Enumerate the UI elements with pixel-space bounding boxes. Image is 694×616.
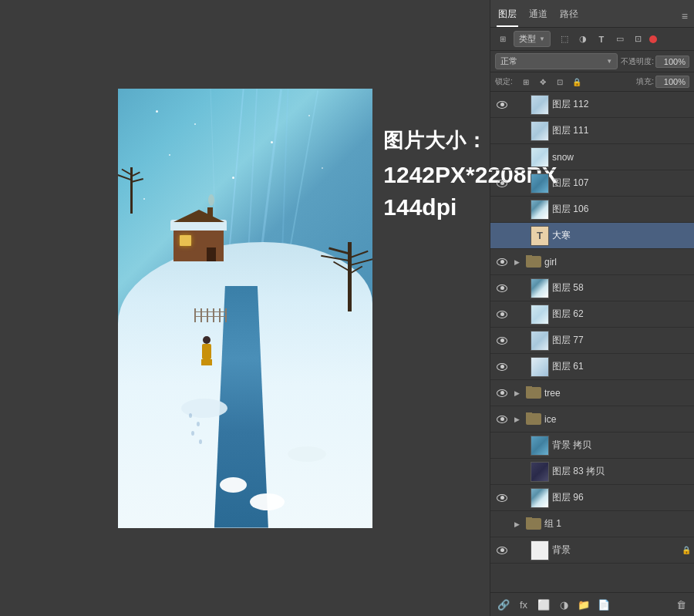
- layer-visibility-toggle[interactable]: [494, 306, 510, 323]
- snowflake: [322, 167, 323, 169]
- layer-name: 背景 拷贝: [552, 439, 691, 452]
- layer-visibility-toggle[interactable]: [494, 332, 510, 349]
- house-body: [174, 229, 224, 261]
- lock-pixel-button[interactable]: ⊞: [519, 75, 533, 89]
- layer-item-selected[interactable]: T 大寒: [490, 223, 694, 249]
- eye-icon: [497, 311, 507, 318]
- layer-item-group-1[interactable]: ▶ 组 1: [490, 511, 694, 537]
- layers-panel: 图层 通道 路径 ≡ ⊞ 类型 ▼ ⬚ ◑ T ▭ ⊡ 正常 ▼ 不透明度: 1…: [490, 0, 694, 616]
- layer-item[interactable]: snow: [490, 144, 694, 170]
- layer-visibility-toggle[interactable]: [494, 280, 510, 297]
- panel-tabs: 图层 通道 路径 ≡: [490, 0, 694, 28]
- layer-name: 图层 111: [552, 124, 691, 137]
- layer-mask-icon[interactable]: ⬜: [535, 596, 552, 613]
- layer-item[interactable]: 图层 62: [490, 301, 694, 328]
- layer-name: 图层 107: [552, 177, 691, 190]
- panel-tabs-left: 图层 通道 路径: [497, 5, 580, 27]
- smoke: [208, 194, 214, 206]
- blend-mode-value: 正常: [500, 56, 517, 67]
- image-container: 图片大小： 1242PX*2208PX 144dpi: [118, 89, 372, 528]
- opacity-input[interactable]: 100%: [655, 56, 689, 68]
- layer-item[interactable]: 图层 106: [490, 197, 694, 223]
- layer-item-background[interactable]: 背景 🔒: [490, 537, 694, 564]
- layer-fx-icon[interactable]: fx: [515, 596, 532, 613]
- layer-name: ice: [544, 414, 691, 425]
- tab-channels[interactable]: 通道: [527, 5, 549, 27]
- artwork: [118, 89, 372, 528]
- layer-visibility-toggle[interactable]: [494, 96, 510, 113]
- snowflake: [271, 141, 273, 143]
- layer-item[interactable]: 图层 96: [490, 485, 694, 511]
- smart-filter-icon[interactable]: ⊡: [631, 32, 646, 47]
- layer-expand-button[interactable]: ▶: [510, 518, 523, 530]
- blend-mode-dropdown[interactable]: 正常 ▼: [495, 53, 618, 69]
- panel-menu-icon[interactable]: ≡: [682, 10, 688, 22]
- layer-visibility-toggle[interactable]: [494, 385, 510, 402]
- snow-blob-1: [220, 477, 247, 493]
- layer-expand-button[interactable]: ▶: [510, 387, 523, 399]
- layer-item[interactable]: 背景 拷贝: [490, 433, 694, 459]
- adjustment-filter-icon[interactable]: ◑: [575, 32, 591, 47]
- layer-item[interactable]: 图层 58: [490, 275, 694, 301]
- lock-artboard-button[interactable]: ⊡: [553, 75, 567, 89]
- snow-blob-2: [250, 493, 285, 510]
- layer-expand-button[interactable]: ▶: [510, 413, 523, 426]
- layer-name: 图层 112: [552, 98, 691, 111]
- layer-name: tree: [544, 388, 691, 399]
- layer-item[interactable]: 图层 77: [490, 328, 694, 354]
- layer-item-ice-group[interactable]: ▶ ice: [490, 406, 694, 433]
- eye-icon: [497, 258, 507, 266]
- tab-paths[interactable]: 路径: [558, 5, 580, 27]
- layer-name: 图层 83 拷贝: [552, 465, 691, 478]
- layer-thumbnail: [531, 462, 549, 482]
- snowflake: [143, 198, 145, 200]
- layer-name: 图层 61: [552, 360, 691, 373]
- layers-list[interactable]: 图层 112 图层 111 snow 图层 107 图层: [490, 92, 694, 592]
- layer-group-icon[interactable]: 📁: [575, 596, 592, 613]
- layer-name: 背景: [552, 544, 682, 557]
- layer-visibility-toggle[interactable]: [494, 175, 510, 192]
- layer-item-tree-group[interactable]: ▶ tree: [490, 380, 694, 406]
- layer-item[interactable]: 图层 111: [490, 118, 694, 144]
- layer-adjustment-icon[interactable]: ◑: [555, 596, 572, 613]
- chevron-down-icon: ▼: [539, 35, 545, 42]
- lock-position-button[interactable]: ✥: [536, 75, 550, 89]
- layer-item[interactable]: 图层 107: [490, 170, 694, 197]
- filter-icon[interactable]: ⊞: [495, 32, 510, 47]
- layer-name: 图层 62: [552, 308, 691, 321]
- layer-visibility-toggle[interactable]: [494, 358, 510, 375]
- shape-filter-icon[interactable]: ▭: [612, 32, 628, 47]
- layer-item-group[interactable]: ▶ girl: [490, 249, 694, 275]
- layer-thumbnail: [531, 488, 549, 508]
- canvas-area: 图片大小： 1242PX*2208PX 144dpi: [0, 0, 490, 616]
- text-filter-icon[interactable]: T: [594, 32, 609, 47]
- house-group: [174, 229, 224, 261]
- pixel-filter-icon[interactable]: ⬚: [557, 32, 572, 47]
- fill-input[interactable]: 100%: [655, 76, 689, 88]
- layer-delete-icon[interactable]: 🗑: [672, 596, 689, 613]
- layer-new-icon[interactable]: 📄: [595, 596, 612, 613]
- layer-thumbnail: [531, 278, 549, 298]
- layer-item[interactable]: 图层 83 拷贝: [490, 459, 694, 485]
- right-tree: [348, 242, 352, 311]
- layer-visibility-toggle[interactable]: [494, 542, 510, 559]
- eye-icon: [497, 101, 507, 109]
- tab-layers[interactable]: 图层: [497, 5, 518, 27]
- layer-visibility-toggle[interactable]: [494, 254, 510, 271]
- folder-icon: [526, 413, 541, 425]
- layer-lock-icon: 🔒: [682, 546, 691, 554]
- layer-link-icon[interactable]: 🔗: [495, 596, 512, 613]
- layer-item[interactable]: 图层 61: [490, 354, 694, 380]
- layer-item[interactable]: 图层 112: [490, 92, 694, 118]
- type-filter-dropdown[interactable]: 类型 ▼: [514, 31, 551, 47]
- layer-thumbnail-folder: [526, 517, 541, 531]
- layer-expand-button[interactable]: ▶: [510, 256, 523, 268]
- layer-visibility-toggle[interactable]: [494, 411, 510, 428]
- layer-filter-toolbar: ⊞ 类型 ▼ ⬚ ◑ T ▭ ⊡: [490, 28, 694, 51]
- girl-body: [202, 344, 211, 359]
- opacity-row: 不透明度: 100%: [621, 56, 689, 68]
- layer-visibility-toggle[interactable]: [494, 490, 510, 507]
- lock-all-button[interactable]: 🔒: [570, 75, 584, 89]
- snowflake: [308, 115, 310, 116]
- eye-icon: [497, 389, 507, 397]
